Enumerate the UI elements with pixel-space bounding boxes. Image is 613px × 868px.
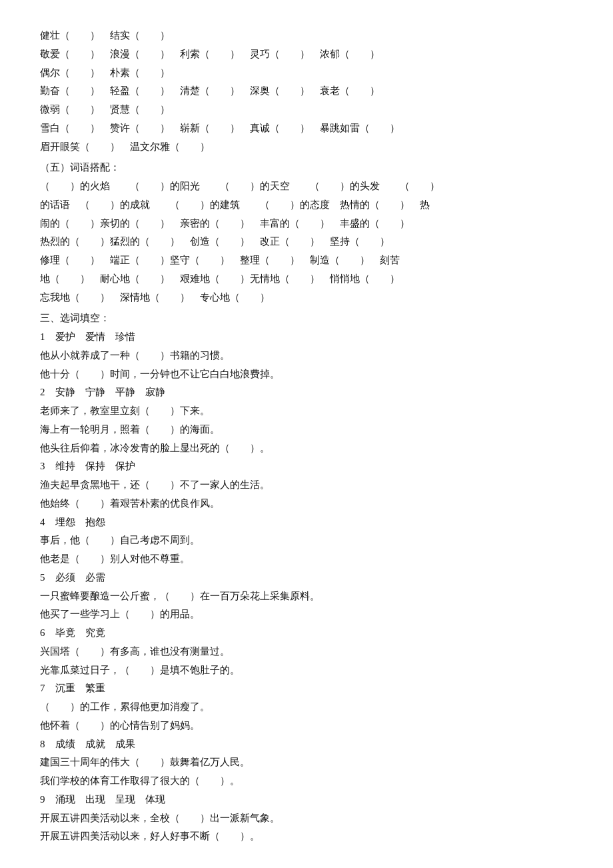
group-6: 6 毕竟 究竟 兴国塔（ ）有多高，谁也没有测量过。 光靠瓜菜过日子，（ ）是填… <box>40 624 573 679</box>
group-3-header: 3 维持 保持 保护 <box>40 457 573 476</box>
group-5: 5 必须 必需 一只蜜蜂要酿造一公斤蜜，（ ）在一百万朵花上采集原料。 他买了一… <box>40 569 573 624</box>
group-6-header: 6 毕竟 究竟 <box>40 624 573 643</box>
group-8-s1: 建国三十周年的伟大（ ）鼓舞着亿万人民。 <box>40 753 573 772</box>
group-4-header: 4 埋怨 抱怨 <box>40 513 573 532</box>
group-5-header: 5 必须 必需 <box>40 569 573 587</box>
section-5-line-7: 忘我地（ ） 深情地（ ） 专心地（ ） <box>40 289 573 307</box>
group-2-s2: 海上有一轮明月，照着（ ）的海面。 <box>40 421 573 439</box>
group-7-s2: 他怀着（ ）的心情告别了妈妈。 <box>40 717 573 735</box>
group-1-s1: 他从小就养成了一种（ ）书籍的习惯。 <box>40 347 573 365</box>
section-5-line-2: 的话语 （ ）的成就 （ ）的建筑 （ ）的态度 热情的（ ） 热 <box>40 196 573 215</box>
section-5-title: （五）词语搭配： <box>40 159 573 177</box>
section-5-line-3: 闹的（ ）亲切的（ ） 亲密的（ ） 丰富的（ ） 丰盛的（ ） <box>40 215 573 233</box>
group-2-header: 2 安静 宁静 平静 寂静 <box>40 383 573 402</box>
group-6-s2: 光靠瓜菜过日子，（ ）是填不饱肚子的。 <box>40 661 573 680</box>
section-3: 三、选词填空： 1 爱护 爱情 珍惜 他从小就养成了一种（ ）书籍的习惯。 他十… <box>40 309 573 846</box>
line-4: 勤奋（ ） 轻盈（ ） 清楚（ ） 深奥（ ） 衰老（ ） <box>40 82 573 101</box>
line-6: 雪白（ ） 赞许（ ） 崭新（ ） 真诚（ ） 暴跳如雷（ ） <box>40 119 573 138</box>
group-6-s1: 兴国塔（ ）有多高，谁也没有测量过。 <box>40 643 573 661</box>
group-3-s2: 他始终（ ）着艰苦朴素的优良作风。 <box>40 495 573 513</box>
group-3: 3 维持 保持 保护 渔夫起早贪黑地干，还（ ）不了一家人的生活。 他始终（ ）… <box>40 457 573 513</box>
group-2-s1: 老师来了，教室里立刻（ ）下来。 <box>40 402 573 421</box>
group-1-header: 1 爱护 爱情 珍惜 <box>40 328 573 347</box>
group-8-s2: 我们学校的体育工作取得了很大的（ ）。 <box>40 772 573 791</box>
line-2: 敬爱（ ） 浪漫（ ） 利索（ ） 灵巧（ ） 浓郁（ ） <box>40 45 573 64</box>
group-1: 1 爱护 爱情 珍惜 他从小就养成了一种（ ）书籍的习惯。 他十分（ ）时间，一… <box>40 328 573 383</box>
line-1: 健壮（ ） 结实（ ） <box>40 27 573 45</box>
group-8: 8 成绩 成就 成果 建国三十周年的伟大（ ）鼓舞着亿万人民。 我们学校的体育工… <box>40 735 573 791</box>
group-9-s1: 开展五讲四美活动以来，全校（ ）出一派新气象。 <box>40 809 573 828</box>
section-5-line-1: （ ）的火焰 （ ）的阳光 （ ）的天空 （ ）的头发 （ ） <box>40 177 573 196</box>
group-7-s1: （ ）的工作，累得他更加消瘦了。 <box>40 698 573 717</box>
page-content: 健壮（ ） 结实（ ） 敬爱（ ） 浪漫（ ） 利索（ ） 灵巧（ ） 浓郁（ … <box>40 27 573 846</box>
group-2: 2 安静 宁静 平静 寂静 老师来了，教室里立刻（ ）下来。 海上有一轮明月，照… <box>40 383 573 457</box>
group-7-header: 7 沉重 繁重 <box>40 679 573 698</box>
group-3-s1: 渔夫起早贪黑地干，还（ ）不了一家人的生活。 <box>40 476 573 495</box>
section-3-title: 三、选词填空： <box>40 309 573 328</box>
group-9: 9 涌现 出现 呈现 体现 开展五讲四美活动以来，全校（ ）出一派新气象。 开展… <box>40 791 573 846</box>
group-4-s1: 事后，他（ ）自己考虑不周到。 <box>40 531 573 550</box>
line-3: 偶尔（ ） 朴素（ ） <box>40 64 573 83</box>
group-4: 4 埋怨 抱怨 事后，他（ ）自己考虑不周到。 他老是（ ）别人对他不尊重。 <box>40 513 573 569</box>
line-5: 微弱（ ） 贤慧（ ） <box>40 101 573 119</box>
group-5-s1: 一只蜜蜂要酿造一公斤蜜，（ ）在一百万朵花上采集原料。 <box>40 587 573 606</box>
section-5-line-6: 地（ ） 耐心地（ ） 艰难地（ ）无情地（ ） 悄悄地（ ） <box>40 270 573 289</box>
section-5: （五）词语搭配： （ ）的火焰 （ ）的阳光 （ ）的天空 （ ）的头发 （ ）… <box>40 159 573 307</box>
line-7: 眉开眼笑（ ） 温文尔雅（ ） <box>40 138 573 157</box>
group-9-header: 9 涌现 出现 呈现 体现 <box>40 791 573 809</box>
section-5-line-5: 修理（ ） 端正（ ）坚守（ ） 整理（ ） 制造（ ） 刻苦 <box>40 251 573 270</box>
group-7: 7 沉重 繁重 （ ）的工作，累得他更加消瘦了。 他怀着（ ）的心情告别了妈妈。 <box>40 679 573 735</box>
group-5-s2: 他买了一些学习上（ ）的用品。 <box>40 605 573 624</box>
group-8-header: 8 成绩 成就 成果 <box>40 735 573 754</box>
group-9-s2: 开展五讲四美活动以来，好人好事不断（ ）。 <box>40 827 573 846</box>
section-5-line-4: 热烈的（ ）猛烈的（ ） 创造（ ） 改正（ ） 坚持（ ） <box>40 233 573 251</box>
group-2-s3: 他头往后仰着，冰冷发青的脸上显出死的（ ）。 <box>40 439 573 458</box>
group-4-s2: 他老是（ ）别人对他不尊重。 <box>40 550 573 569</box>
word-matching-section: 健壮（ ） 结实（ ） 敬爱（ ） 浪漫（ ） 利索（ ） 灵巧（ ） 浓郁（ … <box>40 27 573 156</box>
group-1-s2: 他十分（ ）时间，一分钟也不让它白白地浪费掉。 <box>40 365 573 384</box>
